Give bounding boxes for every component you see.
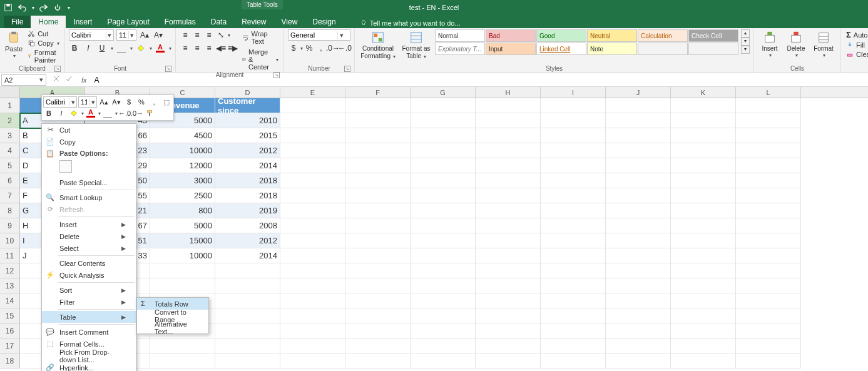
bold-button[interactable]: B [69, 43, 80, 54]
align-right-icon[interactable]: ≡ [203, 43, 215, 54]
chevron-down-icon[interactable]: ▾ [228, 33, 230, 38]
gallery-scroll-down-icon[interactable]: ▾ [741, 38, 750, 46]
cell[interactable] [736, 128, 801, 143]
cell[interactable] [736, 158, 801, 173]
ctx-insert[interactable]: Insert▶ [42, 218, 136, 230]
cell[interactable] [541, 293, 606, 308]
cell[interactable] [280, 218, 345, 233]
tab-insert[interactable]: Insert [66, 16, 100, 28]
cell[interactable] [476, 143, 541, 158]
cell[interactable] [280, 188, 345, 203]
cell[interactable] [411, 248, 476, 263]
ctx-select[interactable]: Select▶ [42, 242, 136, 254]
cell[interactable] [736, 278, 801, 293]
cell[interactable] [736, 308, 801, 323]
cell[interactable]: 2010 [215, 113, 280, 128]
cell[interactable] [606, 233, 671, 248]
cell[interactable] [541, 338, 606, 353]
cell[interactable] [736, 248, 801, 263]
cell[interactable]: 12000 [150, 158, 215, 173]
cell[interactable] [476, 338, 541, 353]
cell[interactable] [541, 323, 606, 338]
cell[interactable] [606, 218, 671, 233]
chevron-down-icon[interactable]: ▾ [111, 46, 113, 51]
cell[interactable] [541, 233, 606, 248]
name-box[interactable]: A2▾ [1, 74, 46, 86]
cell[interactable] [215, 278, 280, 293]
delete-cells-button[interactable]: Delete▾ [784, 29, 808, 59]
tell-me-search[interactable]: Tell me what you want to do... [356, 18, 464, 28]
cell[interactable] [736, 113, 801, 128]
chevron-down-icon[interactable]: ▾ [128, 31, 136, 39]
cell[interactable] [280, 293, 345, 308]
cell[interactable] [411, 203, 476, 218]
row-header[interactable]: 10 [0, 233, 20, 248]
column-header[interactable]: G [411, 87, 476, 98]
row-header[interactable]: 5 [0, 158, 20, 173]
font-name-input[interactable] [69, 31, 106, 39]
cell[interactable] [606, 293, 671, 308]
cell[interactable] [476, 248, 541, 263]
cell[interactable]: 2018 [215, 188, 280, 203]
increase-decimal-icon[interactable]: .0→ [327, 43, 339, 54]
cell[interactable] [476, 278, 541, 293]
cell[interactable] [541, 113, 606, 128]
mini-percent-icon[interactable]: % [136, 96, 147, 108]
ctx-quick-analysis[interactable]: ⚡Quick Analysis [42, 269, 136, 281]
cell[interactable] [345, 143, 411, 158]
column-header[interactable]: I [541, 87, 606, 98]
cell[interactable] [606, 308, 671, 323]
number-format-combo[interactable]: ▾ [288, 29, 350, 41]
cell[interactable]: 10000 [150, 248, 215, 263]
cell[interactable]: 5000 [150, 218, 215, 233]
style-gallery-item[interactable]: Normal [435, 29, 485, 42]
wrap-text-button[interactable]: Wrap Text [241, 29, 280, 46]
cell[interactable] [150, 278, 215, 293]
cell[interactable] [476, 293, 541, 308]
cell[interactable] [671, 293, 736, 308]
ctx-cut[interactable]: ✂Cut [42, 124, 136, 136]
cell[interactable] [606, 98, 671, 113]
cell[interactable] [345, 263, 411, 278]
cell[interactable] [736, 353, 801, 368]
cell[interactable] [280, 98, 345, 113]
cell[interactable] [411, 113, 476, 128]
column-header[interactable]: J [606, 87, 671, 98]
cell[interactable] [280, 338, 345, 353]
cell[interactable] [736, 233, 801, 248]
cell[interactable] [541, 248, 606, 263]
cell[interactable] [541, 278, 606, 293]
cell[interactable] [345, 128, 411, 143]
fill-button[interactable]: Fill▾ [845, 41, 868, 49]
cell[interactable] [671, 203, 736, 218]
gallery-scroll-up-icon[interactable]: ▴ [741, 29, 750, 38]
mini-size-combo[interactable]: ▾ [78, 96, 97, 108]
row-header[interactable]: 17 [0, 338, 20, 353]
orientation-icon[interactable]: ⤡ [215, 29, 227, 41]
cell[interactable]: 2015 [215, 128, 280, 143]
cell[interactable] [736, 338, 801, 353]
cell[interactable] [606, 278, 671, 293]
cell[interactable] [671, 278, 736, 293]
chevron-down-icon[interactable]: ▾ [37, 76, 46, 84]
cell[interactable] [476, 203, 541, 218]
cell[interactable] [411, 143, 476, 158]
cell[interactable] [345, 278, 411, 293]
cell[interactable] [280, 308, 345, 323]
cell[interactable] [345, 323, 411, 338]
conditional-formatting-button[interactable]: Conditional Formatting ▾ [359, 29, 397, 61]
cell[interactable] [345, 233, 411, 248]
cell[interactable] [280, 158, 345, 173]
tab-formulas[interactable]: Formulas [157, 16, 203, 28]
cell[interactable] [541, 158, 606, 173]
ctx-delete[interactable]: Delete▶ [42, 230, 136, 242]
cell[interactable] [280, 233, 345, 248]
style-gallery-item[interactable]: Linked Cell [536, 43, 586, 55]
row-header[interactable]: 16 [0, 323, 20, 338]
mini-decrease-decimal-icon[interactable]: ←.0 [119, 108, 130, 119]
cell[interactable] [476, 113, 541, 128]
italic-button[interactable]: I [83, 43, 94, 54]
accounting-format-icon[interactable]: $ [288, 43, 299, 54]
cell[interactable] [411, 218, 476, 233]
style-gallery-item[interactable]: Good [536, 29, 586, 42]
